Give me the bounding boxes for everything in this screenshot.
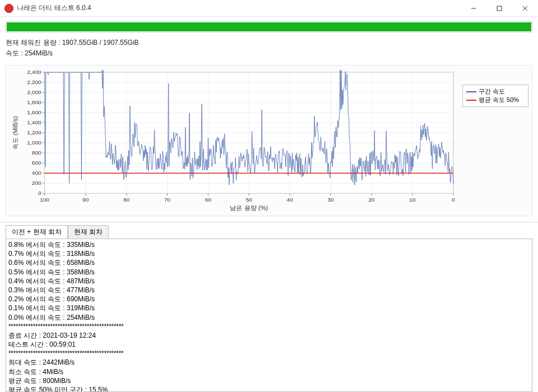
- svg-rect-1: [497, 6, 502, 11]
- svg-text:800: 800: [32, 150, 41, 156]
- window-title: 나래온 더티 테스트 6.0.4: [17, 3, 91, 13]
- svg-text:1,000: 1,000: [27, 139, 41, 146]
- svg-text:1,600: 1,600: [27, 109, 41, 115]
- title-bar: 나래온 더티 테스트 6.0.4: [0, 0, 538, 17]
- filled-capacity-label: 현재 채워진 용량 : 1907.55GiB / 1907.55GiB: [6, 38, 532, 48]
- legend-line-red-icon: [466, 100, 476, 101]
- svg-text:50: 50: [246, 197, 253, 203]
- legend-item-avg50: 평균 속도 50%: [466, 96, 525, 104]
- log-line: 최소 속도 : 4MiB/s: [8, 367, 530, 376]
- close-button[interactable]: [512, 0, 538, 17]
- log-line: 평균 속도 : 800MiB/s: [8, 376, 530, 385]
- svg-text:2,400: 2,400: [27, 69, 41, 75]
- svg-text:100: 100: [40, 197, 49, 203]
- log-line: 0.2% 에서의 속도 : 690MiB/s: [8, 295, 530, 304]
- svg-text:2,000: 2,000: [27, 89, 41, 95]
- log-line: 0.7% 에서의 속도 : 318MiB/s: [8, 249, 530, 258]
- log-panel: 0.8% 에서의 속도 : 335MiB/s0.7% 에서의 속도 : 318M…: [6, 239, 532, 392]
- minimize-button[interactable]: [461, 0, 486, 17]
- log-line: 0.4% 에서의 속도 : 487MiB/s: [8, 277, 530, 286]
- chart-plot: 02004006008001,0001,2001,4001,6001,8002,…: [10, 69, 458, 212]
- log-line: 0.3% 에서의 속도 : 477MiB/s: [8, 286, 530, 295]
- svg-text:속도 (MiB/s): 속도 (MiB/s): [12, 116, 18, 149]
- legend: 구간 속도 평균 속도 50%: [462, 85, 528, 107]
- log-line: ****************************************…: [8, 322, 530, 331]
- summary-section: 현재 채워진 용량 : 1907.55GiB / 1907.55GiB 속도 :…: [0, 17, 538, 59]
- legend-item-interval: 구간 속도: [466, 87, 525, 96]
- svg-text:600: 600: [32, 160, 41, 166]
- log-line: 0.6% 에서의 속도 : 658MiB/s: [8, 258, 530, 267]
- log-line: 0.8% 에서의 속도 : 335MiB/s: [8, 240, 530, 249]
- tab-current[interactable]: 현재 회차: [68, 225, 109, 239]
- svg-text:0: 0: [452, 197, 455, 203]
- window-controls: [461, 0, 538, 17]
- log-line: 종료 시간 : 2021-03-19 12:24: [8, 331, 530, 340]
- svg-text:남은 용량 (%): 남은 용량 (%): [230, 204, 268, 211]
- speed-label: 속도 : 254MiB/s: [6, 49, 532, 58]
- svg-text:200: 200: [32, 180, 41, 186]
- svg-text:20: 20: [368, 197, 375, 203]
- svg-text:80: 80: [123, 197, 130, 203]
- svg-text:400: 400: [32, 170, 41, 176]
- tab-bar: 이전 + 현재 회차 현재 회차: [0, 222, 538, 239]
- lower-section: 이전 + 현재 회차 현재 회차 0.8% 에서의 속도 : 335MiB/s0…: [0, 222, 538, 392]
- svg-text:10: 10: [409, 197, 416, 203]
- svg-text:60: 60: [205, 197, 212, 203]
- log-line: 최대 속도 : 2442MiB/s: [8, 358, 530, 367]
- legend-line-blue-icon: [466, 91, 476, 92]
- log-line: 테스트 시간 : 00:59:01: [8, 340, 530, 349]
- svg-text:1,200: 1,200: [27, 129, 41, 136]
- maximize-button[interactable]: [486, 0, 512, 17]
- svg-text:1,400: 1,400: [27, 119, 41, 125]
- progress-fill: [7, 22, 531, 31]
- log-output[interactable]: 0.8% 에서의 속도 : 335MiB/s0.7% 에서의 속도 : 318M…: [6, 239, 532, 391]
- log-line: ****************************************…: [8, 349, 530, 358]
- svg-text:2,200: 2,200: [27, 79, 41, 85]
- svg-text:30: 30: [328, 197, 335, 203]
- log-line: 0.0% 에서의 속도 : 254MiB/s: [8, 313, 530, 322]
- progress-bar: [6, 21, 532, 32]
- svg-text:70: 70: [164, 197, 171, 203]
- svg-text:0: 0: [38, 190, 41, 196]
- svg-text:1,800: 1,800: [27, 99, 41, 105]
- chart-area: 02004006008001,0001,2001,4001,6001,8002,…: [6, 65, 532, 216]
- svg-text:40: 40: [287, 197, 294, 203]
- svg-text:90: 90: [82, 197, 89, 203]
- log-line: 0.1% 에서의 속도 : 319MiB/s: [8, 304, 530, 312]
- app-icon: [4, 4, 13, 13]
- log-line: 평균 속도 50% 미만 구간 : 15.5%: [8, 385, 530, 391]
- log-line: 0.5% 에서의 속도 : 358MiB/s: [8, 268, 530, 277]
- tab-previous-current[interactable]: 이전 + 현재 회차: [6, 225, 68, 239]
